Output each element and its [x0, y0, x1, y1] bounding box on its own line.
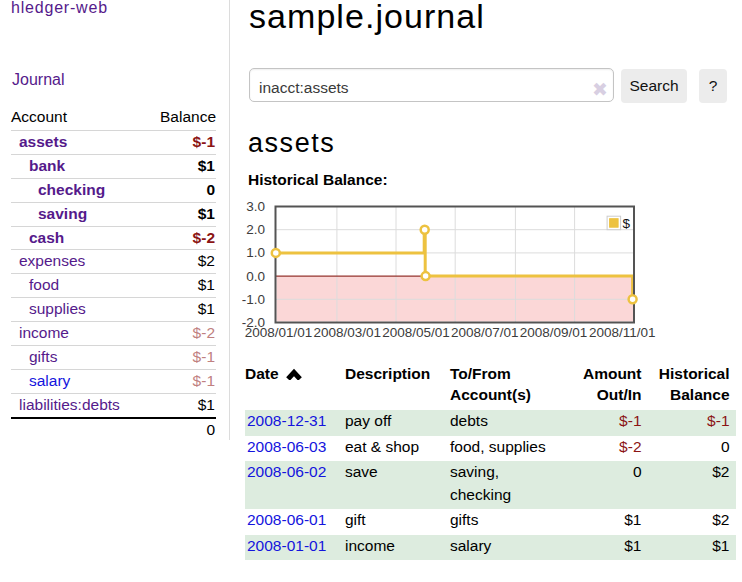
svg-text:$: $: [623, 216, 631, 231]
svg-text:1.0: 1.0: [246, 245, 265, 260]
svg-text:2008/11/01: 2008/11/01: [589, 325, 656, 340]
svg-text:2.0: 2.0: [246, 222, 265, 237]
svg-text:2008/03/01: 2008/03/01: [314, 325, 382, 340]
svg-text:2008/01/01: 2008/01/01: [245, 325, 313, 340]
svg-text:0.0: 0.0: [246, 269, 265, 284]
svg-text:2008/09/01: 2008/09/01: [520, 325, 588, 340]
svg-text:3.0: 3.0: [246, 199, 265, 214]
svg-text:2008/05/01: 2008/05/01: [382, 325, 450, 340]
svg-text:2008/07/01: 2008/07/01: [451, 325, 519, 340]
svg-text:-1.0: -1.0: [242, 292, 265, 307]
